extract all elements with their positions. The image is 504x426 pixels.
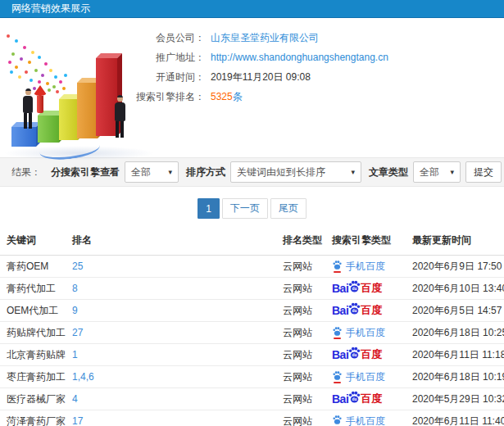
type-filter-value: 全部	[420, 165, 439, 179]
baidu-mobile-label: 手机百度	[346, 415, 385, 426]
baidu-mobile-logo: 手机百度	[332, 260, 385, 274]
cell-rank-type: 云网站	[276, 410, 325, 426]
cell-rank-type: 云网站	[276, 322, 325, 344]
cell-keyword: 医疗器械厂家	[0, 388, 66, 410]
rank-unit: 条	[233, 91, 243, 102]
open-time-row: 开通时间： 2019年11月20日 09:08	[82, 70, 388, 84]
page-header-bar: 网络营销效果展示	[0, 0, 504, 18]
engine-rank-row: 搜索引擎排名： 5325条	[82, 90, 388, 103]
cell-keyword: 药贴牌代加工	[0, 322, 66, 344]
cell-rank[interactable]: 27	[66, 322, 276, 344]
sort-filter-label: 排序方式	[186, 165, 225, 179]
cell-engine-type: 手机百度	[325, 366, 406, 388]
cell-engine-type: 手机百度	[325, 322, 406, 344]
baidu-paw-icon	[332, 415, 343, 426]
baidu-mobile-label: 手机百度	[346, 326, 385, 340]
cell-updated: 2020年6月18日 10:19	[406, 366, 504, 388]
member-company-label: 会员公司：	[82, 31, 205, 45]
member-info-list: 会员公司： 山东皇圣堂药业有限公司 推广地址： http://www.shand…	[82, 31, 388, 110]
confetti-dots	[7, 34, 10, 38]
results-table-body: 膏药OEM 25 云网站 手机百度 2020年6月9日 17:50 膏药代加工 …	[0, 256, 504, 426]
bar-chart-bar-blue	[11, 127, 36, 147]
cell-rank-type: 云网站	[276, 300, 325, 322]
cell-rank[interactable]: 8	[66, 278, 276, 300]
baidu-paw-icon	[332, 260, 343, 273]
table-row: 北京膏药贴牌 1 云网站 Bai du 百度 2020年6月11日 11:18	[0, 344, 504, 366]
engine-rank-value: 5325条	[211, 90, 243, 104]
filter-bar: 结果： 分搜索引擎查看 全部 ▾ 排序方式 关键词由短到长排序 ▾ 文章类型 全…	[0, 157, 504, 187]
baidu-red-underline	[334, 338, 341, 339]
cell-keyword: 枣庄膏药加工	[0, 366, 66, 388]
column-header-updated: 最新更新时间	[406, 227, 504, 256]
cell-rank[interactable]: 9	[66, 300, 276, 322]
submit-button[interactable]: 提交	[465, 161, 502, 183]
baidu-pc-baidu: 百度	[361, 392, 382, 406]
baidu-pc-logo: Bai du 百度	[332, 347, 382, 362]
table-row: 膏药代加工 8 云网站 Bai du 百度 2020年6月10日 13:40	[0, 278, 504, 300]
table-row: 枣庄膏药加工 1,4,6 云网站 手机百度 2020年6月18日 10:19	[0, 366, 504, 388]
baidu-pc-logo: Bai du 百度	[332, 281, 382, 296]
cell-rank[interactable]: 25	[66, 256, 276, 278]
cell-updated: 2020年6月10日 13:40	[406, 278, 504, 300]
baidu-paw-icon: du	[347, 279, 361, 293]
cell-updated: 2020年6月11日 11:40	[406, 410, 504, 426]
table-header-row: 关键词 排名 排名类型 搜索引擎类型 最新更新时间	[0, 227, 504, 256]
svg-text:du: du	[352, 397, 357, 401]
baidu-pc-logo: Bai du 百度	[332, 303, 382, 318]
next-page-button[interactable]: 下一页	[222, 198, 268, 219]
cell-keyword: 膏药代加工	[0, 278, 66, 300]
cell-updated: 2020年5月29日 10:32	[406, 388, 504, 410]
promotion-url-row: 推广地址： http://www.shandonghuangshengtang.…	[82, 51, 388, 64]
column-header-rank: 排名	[66, 227, 276, 256]
cell-engine-type: 手机百度	[325, 410, 406, 426]
baidu-pc-logo: Bai du 百度	[332, 392, 382, 406]
cell-engine-type: Bai du 百度	[325, 344, 406, 366]
baidu-pc-baidu: 百度	[361, 281, 382, 296]
baidu-paw-icon	[332, 370, 343, 383]
open-time-value: 2019年11月20日 09:08	[211, 70, 311, 84]
rank-count: 5325	[211, 91, 233, 102]
svg-text:du: du	[352, 309, 357, 313]
engine-filter-value: 全部	[131, 165, 151, 179]
cell-rank[interactable]: 1	[66, 344, 276, 366]
cell-rank[interactable]: 4	[66, 388, 276, 410]
sort-filter-select[interactable]: 关键词由短到长排序 ▾	[230, 161, 361, 183]
baidu-pc-bai: Bai	[332, 392, 348, 406]
last-page-button[interactable]: 尾页	[270, 198, 306, 219]
type-filter-label: 文章类型	[369, 165, 408, 179]
promotion-url-link[interactable]: http://www.shandonghuangshengtang.cn	[211, 52, 388, 63]
type-filter-select[interactable]: 全部 ▾	[413, 161, 461, 183]
table-row: 膏药OEM 25 云网站 手机百度 2020年6月9日 17:50	[0, 256, 504, 278]
baidu-mobile-logo: 手机百度	[332, 415, 385, 426]
table-row: 菏泽膏药厂家 17 云网站 手机百度 2020年6月11日 11:40	[0, 410, 504, 426]
column-header-engine-type: 搜索引擎类型	[325, 227, 406, 256]
table-row: 药贴牌代加工 27 云网站 手机百度 2020年6月18日 10:25	[0, 322, 504, 344]
table-row: OEM代加工 9 云网站 Bai du 百度 2020年6月5日 14:57	[0, 300, 504, 322]
cell-rank[interactable]: 17	[66, 410, 276, 426]
cell-keyword: OEM代加工	[0, 300, 66, 322]
pagination: 1 下一页 尾页	[0, 198, 504, 219]
member-company-row: 会员公司： 山东皇圣堂药业有限公司	[82, 31, 388, 44]
cell-rank-type: 云网站	[276, 256, 325, 278]
column-header-rank-type: 排名类型	[276, 227, 325, 256]
cell-rank-type: 云网站	[276, 344, 325, 366]
page-number-current[interactable]: 1	[198, 198, 220, 219]
cell-engine-type: Bai du 百度	[325, 388, 406, 410]
baidu-pc-bai: Bai	[332, 304, 348, 317]
engine-filter-select[interactable]: 全部 ▾	[125, 161, 179, 183]
member-company-link[interactable]: 山东皇圣堂药业有限公司	[211, 31, 319, 45]
cell-updated: 2020年6月9日 17:50	[406, 256, 504, 278]
baidu-mobile-logo: 手机百度	[332, 370, 385, 384]
baidu-paw-icon	[332, 326, 343, 339]
baidu-red-underline	[334, 382, 341, 383]
cell-rank[interactable]: 1,4,6	[66, 366, 276, 388]
baidu-pc-bai: Bai	[332, 282, 348, 295]
column-header-keyword: 关键词	[0, 227, 66, 256]
member-info-section: 会员公司： 山东皇圣堂药业有限公司 推广地址： http://www.shand…	[0, 18, 504, 157]
chevron-down-icon: ▾	[344, 168, 355, 176]
cell-engine-type: Bai du 百度	[325, 300, 406, 322]
baidu-paw-icon: du	[347, 346, 361, 360]
bar-chart-bar-yellow	[59, 99, 78, 140]
sort-filter-value: 关键词由短到长排序	[237, 165, 325, 179]
cell-engine-type: 手机百度	[325, 256, 406, 278]
